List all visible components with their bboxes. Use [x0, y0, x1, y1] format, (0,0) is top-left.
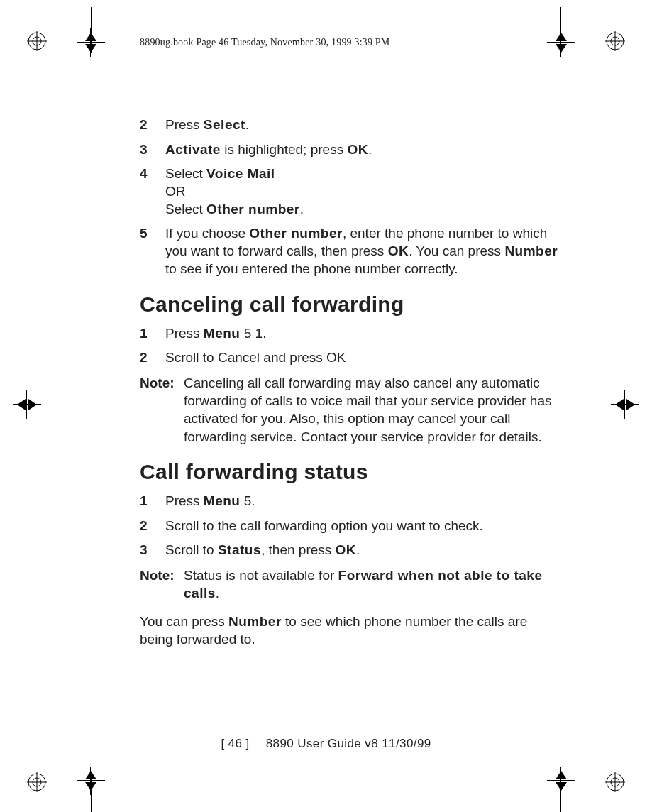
button-label: Select [204, 117, 245, 132]
footer-text: 8890 User Guide v8 11/30/99 [266, 737, 431, 750]
step-item: 4 Select Voice Mail OR Select Other numb… [140, 165, 558, 218]
note-block: Note: Status is not available for Forwar… [140, 566, 558, 603]
note-label: Note: [140, 374, 184, 446]
button-label: Other number [206, 202, 300, 216]
crop-mark-icon [547, 767, 575, 795]
step-text: Scroll to Cancel and press OK [165, 349, 558, 367]
note-body: Status is not available for Forward when… [184, 566, 558, 603]
step-number: 1 [140, 325, 165, 343]
note-body: Canceling all call forwarding may also c… [184, 374, 558, 446]
crop-line [560, 777, 561, 812]
step-number: 2 [140, 116, 165, 134]
button-label: Other number [249, 226, 343, 241]
button-label: Menu [204, 326, 241, 341]
step-text: Press Select. [165, 116, 558, 134]
page-footer: [ 46 ] 8890 User Guide v8 11/30/99 [0, 737, 652, 751]
register-mark-icon [605, 31, 625, 51]
step-text: Activate is highlighted; press OK. [165, 141, 558, 159]
button-label: Number [504, 243, 558, 258]
crop-line [91, 777, 92, 812]
step-item: 1 Press Menu 5 1. [140, 325, 558, 343]
button-label: Voice Mail [206, 166, 275, 181]
step-item: 2 Scroll to the call forwarding option y… [140, 517, 558, 535]
step-number: 3 [140, 141, 165, 159]
step-item: 3 Activate is highlighted; press OK. [140, 141, 558, 159]
button-label: OK [336, 542, 357, 557]
crop-line [577, 70, 642, 70]
step-item: 2 Press Select. [140, 116, 558, 134]
page-number: [ 46 ] [221, 737, 249, 750]
button-label: Number [228, 614, 282, 629]
crop-line [91, 7, 92, 53]
step-text: Select Voice Mail OR Select Other number… [165, 165, 558, 218]
page-content: 2 Press Select. 3 Activate is highlighte… [140, 116, 558, 648]
page-header: 8890ug.book Page 46 Tuesday, November 30… [140, 37, 390, 48]
note-label: Note: [140, 566, 184, 603]
step-item: 3 Scroll to Status, then press OK. [140, 542, 558, 559]
step-text: Scroll to the call forwarding option you… [165, 517, 558, 535]
button-label: OK [388, 243, 409, 258]
button-label: OK [347, 142, 368, 157]
crop-line [10, 70, 75, 70]
step-text: Press Menu 5. [165, 493, 558, 510]
step-number: 2 [140, 349, 165, 367]
step-number: 2 [140, 517, 165, 535]
crop-mark-icon [547, 28, 575, 57]
register-mark-icon [27, 772, 47, 792]
button-label: Status [218, 542, 261, 557]
crop-mark-icon [611, 390, 639, 419]
step-item: 5 If you choose Other number, enter the … [140, 225, 558, 278]
step-text: Press Menu 5 1. [165, 325, 558, 343]
crop-mark-icon [13, 390, 41, 419]
heading-status: Call forwarding status [140, 460, 558, 484]
note-block: Note: Canceling all call forwarding may … [140, 374, 558, 446]
heading-cancel: Canceling call forwarding [140, 292, 558, 317]
register-mark-icon [27, 31, 47, 51]
step-number: 3 [140, 542, 165, 559]
step-item: 2 Scroll to Cancel and press OK [140, 349, 558, 367]
step-number: 4 [140, 165, 165, 218]
step-number: 5 [140, 225, 165, 278]
button-label: Activate [165, 142, 221, 157]
crop-line [560, 7, 561, 53]
paragraph: You can press Number to see which phone … [140, 613, 558, 649]
register-mark-icon [605, 772, 625, 792]
step-number: 1 [140, 493, 165, 510]
step-text: Scroll to Status, then press OK. [165, 542, 558, 559]
step-item: 1 Press Menu 5. [140, 493, 558, 510]
button-label: Menu [204, 493, 241, 508]
crop-line [577, 762, 642, 762]
step-text: If you choose Other number, enter the ph… [165, 225, 558, 278]
crop-line [10, 762, 75, 762]
